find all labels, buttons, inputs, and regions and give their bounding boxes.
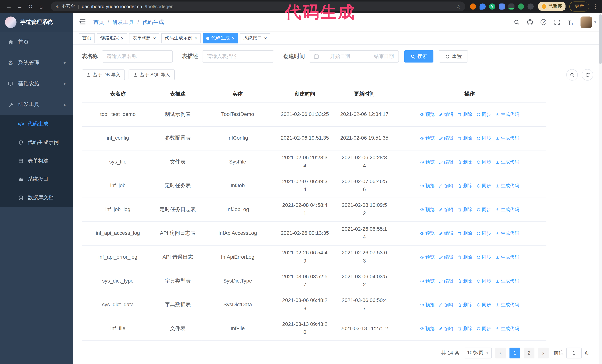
sidebar-item-devtools[interactable]: 研发工具 ▴ — [0, 94, 73, 115]
action-edit[interactable]: 编辑 — [439, 325, 453, 332]
next-page-button[interactable]: › — [538, 348, 549, 358]
extension-icon-2[interactable] — [480, 3, 486, 10]
tab-close-icon[interactable]: × — [153, 36, 156, 41]
action-edit[interactable]: 编辑 — [439, 158, 453, 166]
action-download[interactable]: 生成代码 — [495, 325, 519, 332]
action-delete[interactable]: 删除 — [458, 135, 472, 142]
action-sync[interactable]: 同步 — [476, 111, 491, 118]
action-sync[interactable]: 同步 — [476, 135, 491, 142]
action-sync[interactable]: 同步 — [476, 325, 491, 332]
action-download[interactable]: 生成代码 — [495, 301, 519, 308]
browser-reload-icon[interactable]: ↻ — [25, 1, 35, 11]
help-icon[interactable]: ? — [540, 19, 547, 26]
action-delete[interactable]: 删除 — [458, 277, 472, 285]
action-delete[interactable]: 删除 — [458, 111, 472, 118]
action-edit[interactable]: 编辑 — [439, 111, 453, 118]
action-eye[interactable]: 预览 — [420, 301, 435, 308]
search-button[interactable]: 搜索 — [404, 50, 434, 62]
page-scrollbar[interactable] — [599, 13, 602, 364]
hamburger-icon[interactable] — [79, 18, 87, 26]
action-edit[interactable]: 编辑 — [439, 182, 453, 189]
prev-page-button[interactable]: ‹ — [495, 348, 506, 358]
action-delete[interactable]: 删除 — [458, 325, 472, 332]
action-delete[interactable]: 删除 — [458, 230, 472, 237]
breadcrumb-item[interactable]: 代码生成 — [142, 19, 164, 26]
update-button[interactable]: 更新 — [570, 1, 589, 11]
breadcrumb-item[interactable]: 研发工具 — [112, 19, 134, 26]
action-delete[interactable]: 删除 — [458, 253, 472, 261]
font-size-icon[interactable]: TT — [567, 19, 574, 26]
tab-close-icon[interactable]: × — [264, 36, 267, 41]
action-delete[interactable]: 删除 — [458, 182, 472, 189]
action-eye[interactable]: 预览 — [420, 111, 435, 118]
tab[interactable]: 首页 — [79, 33, 95, 43]
date-range-picker[interactable]: 开始日期 - 结束日期 — [309, 50, 399, 62]
tab-close-icon[interactable]: × — [121, 36, 124, 41]
refresh-button[interactable] — [582, 69, 593, 81]
table-desc-input[interactable]: 请输入表描述 — [202, 50, 274, 62]
reset-button[interactable]: 重置 — [439, 50, 468, 62]
sidebar-logo[interactable]: 芋道管理系统 — [0, 13, 73, 32]
bookmark-star-icon[interactable]: ☆ — [456, 3, 461, 10]
browser-back-icon[interactable]: ← — [4, 1, 14, 11]
import-db-button[interactable]: 基于 DB 导入 — [82, 69, 125, 80]
action-eye[interactable]: 预览 — [420, 182, 435, 189]
page-button-1[interactable]: 1 — [509, 348, 520, 358]
action-edit[interactable]: 编辑 — [439, 301, 453, 308]
table-name-input[interactable]: 请输入表名称 — [102, 50, 173, 62]
github-icon[interactable] — [527, 19, 534, 26]
user-menu[interactable]: ▾ — [580, 16, 596, 28]
action-download[interactable]: 生成代码 — [495, 230, 519, 237]
goto-page-input[interactable] — [566, 348, 582, 358]
tab[interactable]: 系统接口 × — [240, 33, 270, 43]
breadcrumb-item[interactable]: 首页 — [93, 19, 104, 26]
browser-home-icon[interactable]: ⌂ — [36, 1, 46, 11]
extension-icon-1[interactable] — [470, 3, 476, 10]
scrollbar-thumb[interactable] — [599, 14, 602, 64]
tab-close-icon[interactable]: × — [232, 36, 235, 41]
browser-forward-icon[interactable]: → — [15, 1, 25, 11]
sidebar-item-system-api[interactable]: 系统接口 — [0, 170, 73, 188]
action-sync[interactable]: 同步 — [476, 182, 491, 189]
address-bar[interactable]: ⚠ 不安全 | dashboard.yudao.iocoder.cn/tool/… — [51, 1, 465, 11]
action-download[interactable]: 生成代码 — [495, 253, 519, 261]
action-download[interactable]: 生成代码 — [495, 206, 519, 213]
action-eye[interactable]: 预览 — [420, 158, 435, 166]
sidebar-item-codegen[interactable]: </> 代码生成 — [0, 115, 73, 133]
action-eye[interactable]: 预览 — [420, 206, 435, 213]
action-delete[interactable]: 删除 — [458, 158, 472, 166]
action-edit[interactable]: 编辑 — [439, 230, 453, 237]
extension-icon-5[interactable] — [508, 3, 514, 10]
action-edit[interactable]: 编辑 — [439, 277, 453, 285]
action-download[interactable]: 生成代码 — [495, 135, 519, 142]
action-eye[interactable]: 预览 — [420, 253, 435, 261]
action-eye[interactable]: 预览 — [420, 325, 435, 332]
action-sync[interactable]: 同步 — [476, 277, 491, 285]
action-delete[interactable]: 删除 — [458, 206, 472, 213]
action-sync[interactable]: 同步 — [476, 301, 491, 308]
action-edit[interactable]: 编辑 — [439, 206, 453, 213]
action-eye[interactable]: 预览 — [420, 230, 435, 237]
browser-menu-icon[interactable]: ⋮ — [592, 3, 598, 10]
search-icon[interactable] — [513, 19, 520, 26]
action-eye[interactable]: 预览 — [420, 135, 435, 142]
tab-close-icon[interactable]: × — [195, 36, 197, 41]
tab[interactable]: 代码生成 × — [203, 33, 238, 43]
import-sql-button[interactable]: 基于 SQL 导入 — [129, 69, 174, 80]
action-sync[interactable]: 同步 — [476, 253, 491, 261]
action-sync[interactable]: 同步 — [476, 206, 491, 213]
sidebar-item-codegen-example[interactable]: 代码生成示例 — [0, 133, 73, 151]
extension-icon-7[interactable] — [527, 3, 534, 10]
tab[interactable]: 代码生成示例 × — [161, 33, 201, 43]
action-download[interactable]: 生成代码 — [495, 158, 519, 166]
sidebar-item-form-builder[interactable]: 表单构建 — [0, 152, 73, 170]
toggle-search-button[interactable] — [566, 69, 578, 81]
action-sync[interactable]: 同步 — [476, 158, 491, 166]
sidebar-item-home[interactable]: 首页 — [0, 32, 73, 52]
sidebar-item-db-docs[interactable]: 数据库文档 — [0, 188, 73, 207]
fullscreen-icon[interactable] — [554, 19, 560, 26]
sidebar-item-infra[interactable]: 基础设施 ▾ — [0, 73, 73, 94]
extension-icon-3[interactable]: V — [489, 3, 495, 10]
action-download[interactable]: 生成代码 — [495, 182, 519, 189]
action-edit[interactable]: 编辑 — [439, 135, 453, 142]
